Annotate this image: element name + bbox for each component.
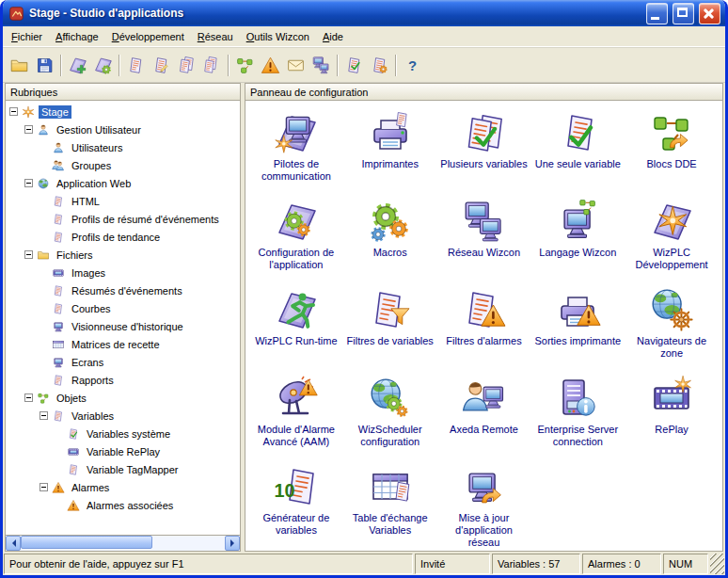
config-item-navigateurs-de-zone[interactable]: Navigateurs de zone: [625, 287, 719, 376]
menu-fichier[interactable]: Fichier: [5, 29, 49, 44]
resize-grip[interactable]: [710, 554, 724, 574]
tree-item-gestion-utilisateur[interactable]: Gestion Utilisateur: [6, 120, 240, 138]
config-item-blocs-dde[interactable]: Blocs DDE: [625, 110, 719, 199]
tree-item-matrices-recette[interactable]: Matrices de recette: [6, 335, 240, 353]
menu-affichage[interactable]: Affichage: [49, 29, 105, 44]
tree-item-label: Variables: [69, 409, 117, 423]
config-item-generateur-de-variables[interactable]: Générateur de variables: [249, 464, 343, 552]
save-button[interactable]: [32, 53, 57, 77]
tree-item-application-web[interactable]: Application Web: [6, 174, 240, 192]
copy-button[interactable]: [199, 53, 225, 77]
scrollbar-thumb[interactable]: [21, 536, 152, 549]
maximize-button[interactable]: [673, 3, 694, 24]
close-button[interactable]: [699, 3, 720, 24]
config-item-une-seule-variable[interactable]: Une seule variable: [530, 110, 625, 199]
tree-item-html[interactable]: HTML: [6, 192, 240, 210]
script-button[interactable]: [341, 53, 367, 77]
config-item-imprimantes[interactable]: Imprimantes: [343, 110, 437, 199]
config-item-sorties-imprimante[interactable]: Sorties imprimante: [530, 287, 625, 376]
associated-alarms-icon: [67, 499, 80, 512]
groups-icon: [52, 159, 65, 172]
topics-tree: Stage Gestion Utilisateur Utilisateurs G…: [5, 101, 241, 536]
variable-button[interactable]: [123, 53, 149, 77]
collapse-expander-icon[interactable]: [40, 483, 48, 491]
new-application-button[interactable]: [65, 53, 90, 77]
tree-item-ecrans[interactable]: Ecrans: [6, 353, 240, 371]
menu-developpement[interactable]: Développement: [105, 29, 191, 44]
tree-item-alarmes-associees[interactable]: Alarmes associées: [6, 496, 240, 514]
tree-item-fichiers[interactable]: Fichiers: [6, 246, 240, 264]
arrow-right-icon: [230, 539, 238, 547]
config-item-module-alarme-avance[interactable]: Module d'Alarme Avancé (AAM): [249, 376, 343, 464]
config-item-axeda-remote[interactable]: Axeda Remote: [437, 376, 531, 464]
config-item-wizplc-runtime[interactable]: WizPLC Run-time: [249, 287, 343, 376]
variable-filters-icon: [368, 287, 413, 332]
edit-variable-button[interactable]: [149, 53, 174, 77]
scroll-right-button[interactable]: [225, 536, 240, 551]
tree-item-images[interactable]: Images: [6, 264, 240, 281]
tree-item-profils-tendance[interactable]: Profils de tendance: [6, 228, 240, 246]
printer-outputs-icon: [555, 287, 600, 332]
scrollbar-track[interactable]: [21, 536, 225, 551]
config-item-plusieurs-variables[interactable]: Plusieurs variables: [437, 110, 531, 199]
collapse-expander-icon[interactable]: [24, 179, 33, 187]
tree-item-label: Ecrans: [69, 356, 106, 369]
menu-aide[interactable]: Aide: [316, 29, 350, 44]
tree-item-groupes[interactable]: Groupes: [6, 156, 240, 174]
advanced-alarm-module-icon: [274, 376, 319, 421]
tree-item-rapports[interactable]: Rapports: [6, 371, 240, 389]
config-item-filtres-de-variables[interactable]: Filtres de variables: [343, 287, 437, 376]
dde-blocks-button[interactable]: [232, 53, 258, 77]
config-item-reseau-wizcon[interactable]: Réseau Wizcon: [437, 199, 531, 287]
config-item-mise-a-jour-application-reseau[interactable]: Mise à jour d'application réseau: [437, 464, 531, 552]
tree-horizontal-scrollbar[interactable]: [5, 536, 241, 552]
config-item-enterprise-server-connection[interactable]: Enterprise Server connection: [530, 376, 625, 464]
tree-item-label: Variable RePlay: [84, 445, 163, 458]
tree-item-resumes-evenements[interactable]: Résumés d'événements: [6, 281, 240, 299]
tree-item-utilisateurs[interactable]: Utilisateurs: [6, 138, 240, 156]
config-item-filtres-alarmes[interactable]: Filtres d'alarmes: [437, 287, 531, 376]
config-item-label: Une seule variable: [535, 158, 621, 170]
config-item-macros[interactable]: Macros: [343, 199, 437, 287]
collapse-expander-icon[interactable]: [24, 250, 33, 259]
variables-icon: [52, 409, 65, 423]
config-item-label: Module d'Alarme Avancé (AAM): [250, 424, 341, 448]
menu-reseau[interactable]: Réseau: [191, 29, 240, 44]
tree-item-stage[interactable]: Stage: [6, 103, 240, 120]
collapse-expander-icon[interactable]: [24, 125, 33, 134]
config-item-configuration-application[interactable]: Configuration de l'application: [249, 199, 343, 287]
tree-item-variables[interactable]: Variables: [6, 407, 240, 425]
tree-item-courbes[interactable]: Courbes: [6, 299, 240, 317]
config-item-replay[interactable]: RePlay: [625, 376, 719, 464]
minimize-button[interactable]: [646, 3, 668, 24]
tree-item-alarmes[interactable]: Alarmes: [6, 478, 240, 496]
variables-list-button[interactable]: [174, 53, 199, 77]
tree-item-variables-systeme[interactable]: Variables système: [6, 425, 240, 442]
script-configuration-button[interactable]: [367, 53, 392, 77]
network-button[interactable]: [309, 53, 334, 77]
config-item-wizscheduler-configuration[interactable]: WizScheduler configuration: [343, 376, 437, 464]
tree-item-visionneuse-historique[interactable]: Visionneuse d'historique: [6, 317, 240, 335]
scroll-left-button[interactable]: [6, 536, 21, 551]
config-item-wizplc-developpement[interactable]: WizPLC Développement: [625, 199, 719, 287]
config-item-table-echange-variables[interactable]: Table d'échange Variables: [343, 464, 437, 552]
status-user: Invité: [415, 554, 490, 574]
config-item-pilotes-de-communication[interactable]: Pilotes de communication: [249, 110, 343, 199]
title-bar[interactable]: Stage - Studio d'applications: [3, 0, 725, 26]
mail-button[interactable]: [283, 53, 309, 77]
config-item-label: Blocs DDE: [647, 158, 697, 170]
build-application-button[interactable]: [90, 53, 116, 77]
tree-item-profils-resume-evenements[interactable]: Profils de résumé d'événements: [6, 210, 240, 228]
collapse-expander-icon[interactable]: [9, 107, 18, 116]
collapse-expander-icon[interactable]: [24, 393, 33, 402]
tree-item-variable-tagmapper[interactable]: Variable TagMapper: [6, 460, 240, 478]
collapse-expander-icon[interactable]: [40, 411, 48, 420]
open-button[interactable]: [7, 53, 32, 77]
menu-outils-wizcon[interactable]: Outils Wizcon: [240, 29, 316, 44]
alarms-button[interactable]: [258, 53, 283, 77]
help-button[interactable]: [400, 53, 425, 77]
tree-item-variable-replay[interactable]: Variable RePlay: [6, 442, 240, 460]
tree-item-objets[interactable]: Objets: [6, 389, 240, 407]
tree-item-label: Fichiers: [54, 249, 96, 262]
config-item-langage-wizcon[interactable]: Langage Wizcon: [530, 199, 625, 287]
